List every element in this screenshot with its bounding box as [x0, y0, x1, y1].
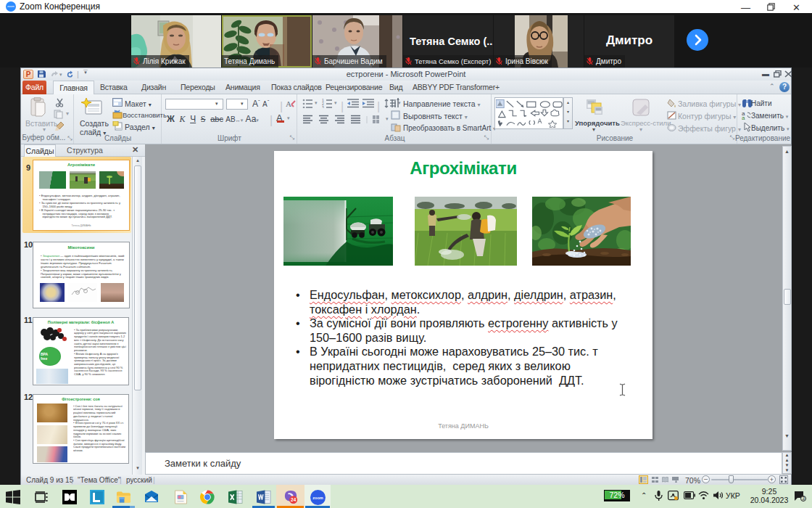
svg-text:3: 3 [802, 496, 805, 501]
svg-text:a: a [742, 115, 745, 120]
svg-text:24: 24 [291, 497, 297, 502]
svg-text:А: А [286, 99, 291, 108]
svg-text:3: 3 [322, 105, 324, 108]
svg-text:zoom: zoom [312, 496, 323, 500]
